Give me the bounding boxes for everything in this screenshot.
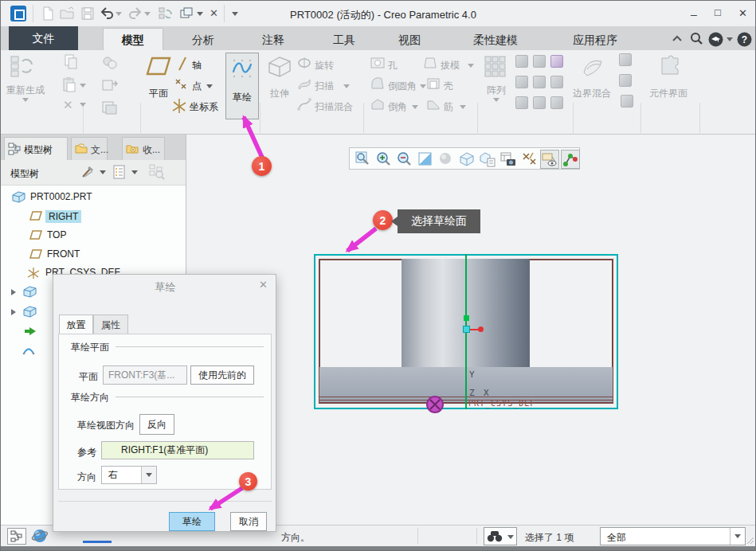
tree-filters-dropdown-icon[interactable]	[131, 170, 138, 174]
windows-icon[interactable]	[179, 6, 194, 21]
dialog-tab-placement[interactable]: 放置	[59, 315, 93, 334]
flip-button[interactable]: 反向	[139, 414, 174, 435]
spin-center-button[interactable]	[561, 150, 580, 169]
zoom-window-icon[interactable]	[355, 151, 371, 167]
extrude-label[interactable]: 拉伸	[262, 87, 297, 100]
trim-icon[interactable]	[515, 76, 528, 88]
undo-icon[interactable]	[100, 6, 114, 21]
draft-dropdown-icon[interactable]	[468, 64, 474, 68]
user-defined-feature-icon[interactable]	[101, 55, 119, 71]
hole-label[interactable]: 孔	[388, 59, 398, 72]
revolve-label[interactable]: 旋转	[315, 59, 334, 72]
datum-point-label[interactable]: 点	[192, 80, 202, 93]
pattern-label[interactable]: 阵列	[479, 84, 514, 97]
navigator-tab-folder-browser[interactable]: 文...	[71, 137, 108, 160]
copy-icon[interactable]	[65, 54, 78, 69]
regenerate-label[interactable]: 重新生成	[2, 84, 49, 97]
fill-icon[interactable]	[619, 53, 632, 66]
pattern-dropdown-icon[interactable]	[493, 98, 499, 102]
paste-dropdown-icon[interactable]	[80, 84, 86, 88]
tab-tools[interactable]: 工具	[313, 29, 375, 50]
expand-arrow-icon[interactable]	[10, 308, 17, 316]
paste-icon[interactable]	[62, 77, 76, 92]
new-file-icon[interactable]	[41, 6, 55, 21]
offset-icon[interactable]	[533, 76, 546, 88]
dialog-close-icon[interactable]: ✕	[259, 279, 268, 291]
orientation-combo[interactable]: 右	[101, 466, 157, 484]
chamfer-icon[interactable]	[370, 98, 385, 111]
flip-arrow-dot[interactable]	[478, 326, 484, 332]
dialog-sketch-button[interactable]: 草绘	[169, 512, 215, 531]
datum-csys-label[interactable]: 坐标系	[190, 100, 218, 114]
close-window-icon[interactable]: ✕	[210, 7, 218, 19]
dialog-cancel-button[interactable]: 取消	[230, 512, 267, 531]
redo-icon[interactable]	[128, 6, 143, 21]
open-file-icon[interactable]	[60, 6, 74, 21]
navigator-tab-model-tree[interactable]: 模型树	[4, 137, 68, 160]
annotation-display-button[interactable]	[540, 150, 559, 169]
copy-geometry-icon[interactable]	[101, 77, 119, 93]
delete-dropdown-icon[interactable]	[80, 103, 86, 107]
resize-grip[interactable]	[746, 537, 754, 545]
hole-icon[interactable]	[370, 57, 385, 69]
plane-input[interactable]: FRONT:F3(基...	[103, 365, 187, 385]
round-label[interactable]: 倒圆角	[388, 80, 417, 93]
intersect-icon[interactable]	[550, 76, 563, 88]
orientation-dropdown[interactable]	[141, 467, 156, 483]
resource-dropdown-icon[interactable]	[727, 37, 733, 41]
navigator-toggle-button[interactable]	[7, 528, 26, 545]
display-style-icon[interactable]	[459, 151, 475, 167]
resource-center-icon[interactable]	[708, 32, 723, 47]
zoom-out-icon[interactable]	[397, 151, 413, 167]
shrinkwrap-icon[interactable]	[101, 100, 119, 115]
plane-handle-green[interactable]	[464, 315, 469, 321]
tree-tools-icon[interactable]	[80, 165, 95, 179]
find-dropdown-icon[interactable]	[507, 535, 514, 539]
shading-icon[interactable]	[438, 151, 454, 167]
mirror-icon[interactable]	[515, 55, 528, 68]
rib-icon[interactable]	[426, 98, 441, 111]
tab-view[interactable]: 视图	[378, 29, 441, 50]
find-button[interactable]	[484, 527, 517, 545]
regenerate-icon[interactable]	[10, 55, 34, 77]
freestyle-icon[interactable]	[621, 95, 633, 107]
draft-label[interactable]: 拔模	[441, 59, 460, 72]
close-button[interactable]: ✕	[738, 7, 747, 19]
style-surface-icon[interactable]	[619, 74, 632, 87]
expand-arrow-icon[interactable]	[10, 288, 17, 296]
tab-model[interactable]: 模型	[103, 28, 163, 50]
tree-row-part[interactable]: PRT0002.PRT	[1, 189, 184, 206]
plane-handle-cyan[interactable]	[463, 326, 470, 333]
datum-csys-icon[interactable]	[171, 98, 187, 114]
tab-applications[interactable]: 应用程序	[547, 29, 643, 50]
undo-dropdown-icon[interactable]	[116, 12, 122, 16]
thicken-icon[interactable]	[533, 96, 546, 109]
boundary-blend-icon[interactable]	[581, 57, 605, 77]
app-icon[interactable]	[10, 6, 26, 21]
component-interface-label[interactable]: 元件界面	[643, 87, 694, 100]
navigator-tab-favorites[interactable]: 收...	[122, 137, 165, 160]
repaint-icon[interactable]	[417, 151, 433, 167]
boundary-blend-label[interactable]: 边界混合	[568, 87, 616, 100]
view-manager-icon[interactable]	[500, 151, 516, 167]
solidify-icon[interactable]	[550, 96, 563, 109]
tab-file[interactable]: 文件	[9, 26, 78, 50]
web-browser-icon[interactable]	[31, 527, 49, 545]
pattern-icon[interactable]	[484, 55, 507, 79]
saved-orientations-icon[interactable]	[480, 151, 496, 167]
redo-dropdown-icon[interactable]	[144, 12, 151, 16]
regenerate-quick-icon[interactable]	[159, 6, 173, 21]
tree-row-front[interactable]: FRONT	[1, 246, 184, 264]
project-icon[interactable]	[515, 96, 528, 109]
help-icon[interactable]: ?	[737, 32, 752, 47]
collapse-ribbon-icon[interactable]	[672, 35, 683, 43]
datum-axis-icon[interactable]	[178, 57, 187, 71]
sweep-blend-label[interactable]: 扫描混合	[315, 100, 353, 114]
tree-search-icon[interactable]	[149, 164, 165, 180]
datum-axis-label[interactable]: 轴	[192, 59, 202, 72]
minimize-button[interactable]: –	[691, 8, 697, 21]
round-icon[interactable]	[370, 77, 385, 90]
regenerate-dropdown-icon[interactable]	[22, 98, 29, 102]
shell-icon[interactable]	[426, 77, 441, 90]
trim-sketch-icon[interactable]	[550, 55, 563, 68]
